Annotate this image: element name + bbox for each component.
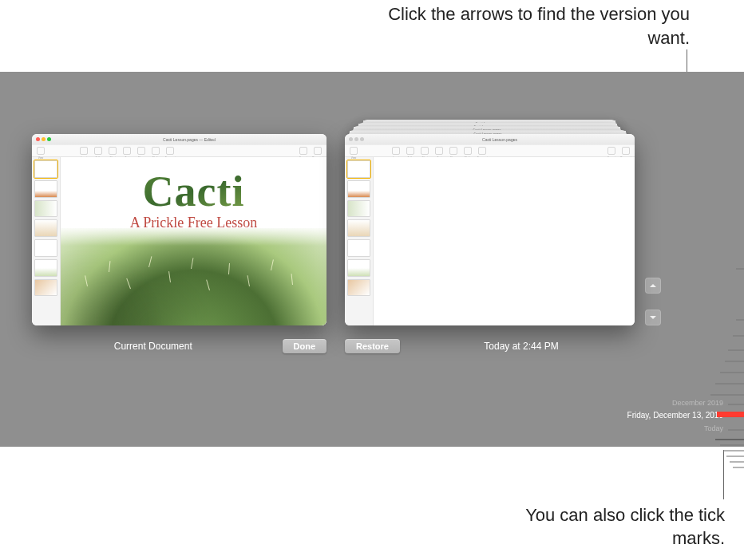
timeline-tick-selected[interactable]: [717, 412, 744, 417]
toolbar-chart-button[interactable]: [109, 147, 117, 155]
previous-version-button[interactable]: [645, 278, 661, 294]
page-thumbnail[interactable]: [34, 219, 57, 237]
page-thumbnail[interactable]: [34, 200, 57, 218]
callout-leader-line: [723, 450, 724, 499]
pages-toolbar: [32, 144, 326, 157]
toolbar-comment-button[interactable]: [166, 147, 174, 155]
page-thumbnails-sidebar[interactable]: [32, 157, 61, 325]
toolbar-format-button[interactable]: [299, 147, 307, 155]
window-titlebar: Cacti Lesson.pages — Edited: [32, 134, 326, 144]
toolbar-shape-button[interactable]: [449, 147, 457, 155]
timeline-tick[interactable]: [736, 268, 744, 270]
page-thumbnail[interactable]: [347, 160, 370, 178]
toolbar-insert-button[interactable]: [80, 147, 88, 155]
timeline-tick[interactable]: [715, 383, 744, 385]
timeline-tick[interactable]: [726, 455, 744, 457]
callout-ticks: You can also click the tick marks.: [517, 503, 725, 550]
page-thumbnail[interactable]: [347, 219, 370, 237]
page-thumbnail[interactable]: [34, 259, 57, 277]
document-canvas[interactable]: [374, 157, 635, 325]
page-thumbnail[interactable]: [347, 200, 370, 218]
timeline-tick[interactable]: [733, 467, 744, 468]
timeline-tick[interactable]: [728, 429, 744, 431]
minimize-icon[interactable]: [42, 137, 46, 141]
timeline-tick[interactable]: [723, 450, 744, 452]
window-title: Cacti Lesson.pages — Edited: [56, 137, 323, 142]
toolbar-comment-button[interactable]: [478, 147, 486, 155]
toolbar-media-button[interactable]: [464, 147, 472, 155]
toolbar-document-button[interactable]: [314, 147, 322, 155]
toolbar-view-button[interactable]: [37, 147, 45, 155]
timeline-tick[interactable]: [728, 404, 744, 405]
timeline-tick[interactable]: [736, 319, 744, 321]
restore-button[interactable]: Restore: [345, 339, 400, 353]
timeline-today-label: Today: [704, 424, 723, 432]
minimize-icon: [354, 137, 358, 141]
timeline-tick[interactable]: [710, 394, 744, 396]
timeline-tick[interactable]: [720, 444, 744, 446]
timeline-selected-label: Friday, December 13, 2019: [627, 411, 723, 420]
current-document-label: Current Document: [32, 341, 275, 352]
version-timestamp-label: Today at 2:44 PM: [408, 341, 635, 352]
toolbar-table-button[interactable]: [406, 147, 414, 155]
versions-timeline: December 2019 Friday, December 13, 2019 …: [706, 72, 744, 447]
toolbar-media-button[interactable]: [152, 147, 160, 155]
window-titlebar: Cacti Lesson.pages: [345, 134, 635, 144]
callout-arrows: Click the arrows to find the version you…: [354, 2, 690, 49]
pages-toolbar: [345, 144, 635, 157]
toolbar-text-button[interactable]: [435, 147, 443, 155]
window-title: Cacti Lesson.pages: [369, 137, 631, 142]
next-version-button[interactable]: [645, 310, 661, 325]
timeline-tick[interactable]: [715, 439, 744, 440]
current-document-window: Cacti Lesson.pages — Edited: [32, 134, 326, 325]
timeline-tick[interactable]: [733, 335, 744, 337]
zoom-icon: [360, 137, 364, 141]
browsed-version-window: Cacti Lesson.pages: [345, 134, 635, 325]
timeline-tick[interactable]: [725, 361, 744, 362]
document-hero-image: [61, 228, 326, 325]
chevron-down-icon: [649, 310, 657, 325]
timeline-month-label: December 2019: [672, 399, 723, 407]
chevron-up-icon: [649, 278, 657, 293]
versions-browser-stage: Cacti Lesson.pages Cacti Lesson.pages Ca…: [0, 72, 744, 447]
page-thumbnail[interactable]: [34, 160, 57, 178]
toolbar-insert-button[interactable]: [392, 147, 400, 155]
toolbar-view-button[interactable]: [350, 147, 358, 155]
page-thumbnail[interactable]: [347, 180, 370, 198]
done-button[interactable]: Done: [283, 339, 327, 353]
traffic-lights: [349, 137, 364, 141]
document-canvas[interactable]: Cacti A Prickle Free Lesson: [61, 157, 326, 325]
page-thumbnail[interactable]: [347, 279, 370, 297]
timeline-tick[interactable]: [728, 349, 744, 351]
toolbar-document-button[interactable]: [622, 147, 630, 155]
page-thumbnail[interactable]: [34, 180, 57, 198]
document-headline: Cacti: [61, 167, 326, 216]
timeline-tick[interactable]: [720, 372, 744, 373]
toolbar-text-button[interactable]: [123, 147, 131, 155]
toolbar-shape-button[interactable]: [137, 147, 145, 155]
page-thumbnail[interactable]: [34, 279, 57, 297]
toolbar-table-button[interactable]: [94, 147, 102, 155]
page-thumbnails-sidebar[interactable]: [345, 157, 374, 325]
close-icon[interactable]: [36, 137, 40, 141]
page-thumbnail[interactable]: [34, 239, 57, 257]
timeline-tick[interactable]: [730, 461, 744, 463]
close-icon: [349, 137, 353, 141]
toolbar-format-button[interactable]: [607, 147, 615, 155]
zoom-icon[interactable]: [47, 137, 51, 141]
page-thumbnail[interactable]: [347, 259, 370, 277]
toolbar-chart-button[interactable]: [421, 147, 429, 155]
traffic-lights: [36, 137, 51, 141]
page-thumbnail[interactable]: [347, 239, 370, 257]
